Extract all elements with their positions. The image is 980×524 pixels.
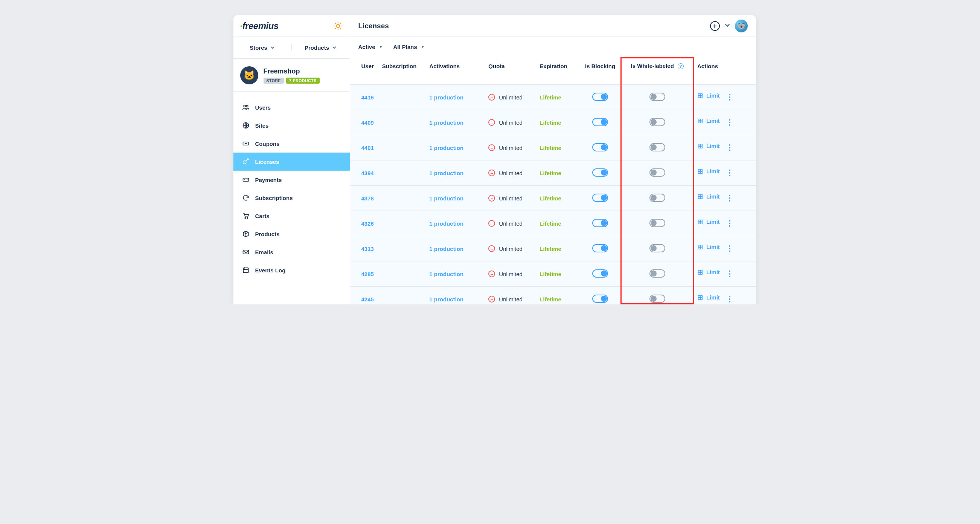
is-blocking-toggle[interactable]: [592, 219, 608, 227]
is-blocking-toggle[interactable]: [592, 269, 608, 278]
row-menu-button[interactable]: [727, 92, 733, 103]
is-blocking-toggle[interactable]: [592, 244, 608, 252]
is-white-labeled-toggle[interactable]: [649, 269, 665, 278]
events-icon: [242, 266, 250, 274]
is-white-labeled-toggle[interactable]: [649, 143, 665, 151]
is-white-labeled-toggle[interactable]: [649, 295, 665, 303]
sidebar-item-sites[interactable]: Sites: [234, 116, 350, 134]
help-icon[interactable]: ?: [678, 63, 684, 69]
user-avatar[interactable]: 🐨: [735, 19, 748, 32]
user-link[interactable]: 4409: [361, 119, 374, 126]
limit-action[interactable]: Limit: [697, 294, 720, 301]
limit-action[interactable]: Limit: [697, 218, 720, 225]
brand-logo: ·freemius: [240, 21, 278, 31]
limit-action[interactable]: Limit: [697, 269, 720, 276]
row-menu-button[interactable]: [727, 193, 733, 204]
sidebar-item-products[interactable]: Products: [234, 225, 350, 243]
activations-link[interactable]: 1 production: [429, 170, 463, 176]
sidebar-item-licenses[interactable]: Licenses: [234, 153, 350, 170]
sidebar-item-events[interactable]: Events Log: [234, 261, 350, 279]
user-link[interactable]: 4313: [361, 245, 374, 252]
minus-icon[interactable]: –: [488, 119, 495, 126]
theme-toggle-icon[interactable]: [333, 21, 343, 31]
user-link[interactable]: 4326: [361, 220, 374, 227]
is-blocking-toggle[interactable]: [592, 295, 608, 303]
sidebar-item-coupons[interactable]: Coupons: [234, 134, 350, 153]
svg-rect-37: [698, 247, 700, 249]
status-filter[interactable]: Active ▼: [358, 44, 383, 50]
is-blocking-toggle[interactable]: [592, 194, 608, 202]
row-menu-button[interactable]: [727, 218, 733, 229]
minus-icon[interactable]: –: [488, 245, 495, 252]
activations-link[interactable]: 1 production: [429, 271, 463, 277]
row-menu-button[interactable]: [727, 117, 733, 128]
user-link[interactable]: 4378: [361, 195, 374, 202]
minus-icon[interactable]: –: [488, 271, 495, 277]
row-menu-button[interactable]: [727, 167, 733, 178]
row-menu-button[interactable]: [727, 293, 733, 304]
user-link[interactable]: 4285: [361, 271, 374, 277]
sidebar-item-label: Emails: [255, 249, 273, 255]
sidebar-item-emails[interactable]: Emails: [234, 243, 350, 261]
row-menu-button[interactable]: [727, 142, 733, 153]
user-link[interactable]: 4401: [361, 145, 374, 151]
svg-rect-25: [698, 172, 700, 174]
is-white-labeled-toggle[interactable]: [649, 93, 665, 101]
expiration-value: Lifetime: [539, 296, 562, 303]
minus-icon[interactable]: –: [488, 169, 495, 176]
activations-link[interactable]: 1 production: [429, 220, 463, 227]
sidebar-item-subscriptions[interactable]: Subscriptions: [234, 189, 350, 207]
row-menu-button[interactable]: [727, 243, 733, 254]
limit-action[interactable]: Limit: [697, 118, 720, 124]
sidebar-item-payments[interactable]: Payments: [234, 170, 350, 189]
plan-filter[interactable]: All Plans ▼: [393, 44, 424, 50]
minus-icon[interactable]: –: [488, 220, 495, 227]
limit-action[interactable]: Limit: [697, 143, 720, 149]
sidebar-item-users[interactable]: Users: [234, 98, 350, 116]
is-blocking-toggle[interactable]: [592, 93, 608, 101]
activations-link[interactable]: 1 production: [429, 145, 463, 151]
row-menu-button[interactable]: [727, 268, 733, 280]
chevron-down-icon: [270, 45, 275, 51]
chevron-down-icon: [332, 45, 337, 51]
sidebar-item-carts[interactable]: Carts: [234, 207, 350, 225]
add-button[interactable]: +: [710, 21, 720, 31]
quota-value: Unlimited: [499, 245, 523, 252]
quota-value: Unlimited: [499, 170, 523, 176]
table-row: 43261 production–UnlimitedLifetimeLimit: [350, 211, 756, 236]
is-white-labeled-toggle[interactable]: [649, 219, 665, 227]
sidebar-item-label: Sites: [255, 123, 269, 129]
user-link[interactable]: 4416: [361, 94, 374, 100]
activations-link[interactable]: 1 production: [429, 245, 463, 252]
chevron-down-icon[interactable]: [724, 22, 730, 29]
is-blocking-toggle[interactable]: [592, 169, 608, 177]
products-dropdown[interactable]: Products: [291, 45, 350, 51]
svg-point-5: [243, 161, 246, 164]
limit-action[interactable]: Limit: [697, 193, 720, 200]
minus-icon[interactable]: –: [488, 144, 495, 151]
user-link[interactable]: 4245: [361, 296, 374, 303]
svg-rect-9: [243, 250, 248, 254]
limit-action[interactable]: Limit: [697, 244, 720, 250]
is-blocking-toggle[interactable]: [592, 143, 608, 151]
svg-rect-18: [701, 121, 703, 123]
minus-icon[interactable]: –: [488, 195, 495, 202]
svg-rect-19: [698, 144, 700, 146]
user-link[interactable]: 4394: [361, 170, 374, 176]
svg-rect-21: [698, 147, 700, 148]
is-blocking-toggle[interactable]: [592, 118, 608, 126]
is-white-labeled-toggle[interactable]: [649, 118, 665, 126]
activations-link[interactable]: 1 production: [429, 119, 463, 126]
limit-action[interactable]: Limit: [697, 92, 720, 99]
activations-link[interactable]: 1 production: [429, 195, 463, 202]
licenses-icon: [242, 158, 250, 166]
is-white-labeled-toggle[interactable]: [649, 169, 665, 177]
stores-dropdown[interactable]: Stores: [234, 45, 291, 51]
is-white-labeled-toggle[interactable]: [649, 244, 665, 252]
limit-action[interactable]: Limit: [697, 168, 720, 174]
minus-icon[interactable]: –: [488, 94, 495, 100]
is-white-labeled-toggle[interactable]: [649, 194, 665, 202]
activations-link[interactable]: 1 production: [429, 94, 463, 100]
activations-link[interactable]: 1 production: [429, 296, 463, 303]
minus-icon[interactable]: –: [488, 296, 495, 303]
